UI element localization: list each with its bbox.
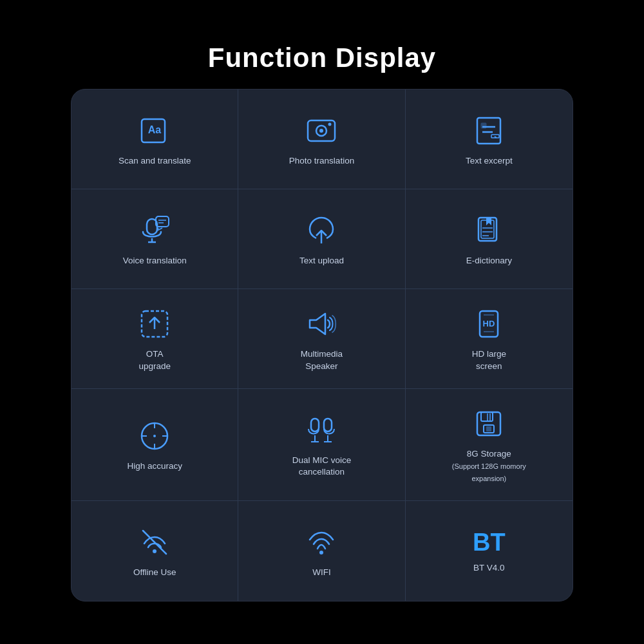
cell-high-accuracy-label: High accuracy bbox=[127, 460, 182, 473]
scan-translate-icon: Aa bbox=[138, 114, 171, 147]
photo-translation-icon bbox=[305, 114, 338, 147]
dual-mic-icon bbox=[305, 413, 338, 447]
cell-storage-label: 8G Storage(Support 128G momoryexpansion) bbox=[452, 448, 526, 485]
cell-offline-use: Offline Use bbox=[71, 501, 238, 601]
cell-text-upload-label: Text upload bbox=[299, 255, 344, 267]
wifi-icon bbox=[305, 526, 338, 559]
svg-point-5 bbox=[328, 122, 332, 126]
cell-scan-translate: Aa Scan and translate bbox=[71, 90, 238, 189]
cell-photo-translation: Photo translation bbox=[238, 90, 405, 189]
cell-e-dictionary: E-dictionary bbox=[406, 189, 573, 289]
cell-text-upload: Text upload bbox=[238, 189, 405, 289]
cell-wifi-label: WIFI bbox=[312, 567, 331, 579]
cell-e-dictionary-label: E-dictionary bbox=[466, 255, 512, 267]
hd-screen-icon: HD bbox=[472, 307, 506, 341]
page-title: Function Display bbox=[208, 43, 436, 73]
svg-rect-9 bbox=[481, 123, 486, 128]
page-wrapper: Function Display Aa Scan and translate P… bbox=[0, 0, 644, 644]
svg-point-4 bbox=[319, 129, 323, 133]
cell-text-excerpt-label: Text excerpt bbox=[466, 155, 513, 167]
multimedia-speaker-icon bbox=[305, 307, 338, 341]
cell-multimedia-speaker-label: MultimediaSpeaker bbox=[301, 348, 343, 373]
cell-hd-screen-label: HD largescreen bbox=[472, 348, 506, 373]
text-upload-icon bbox=[305, 214, 338, 247]
cell-dual-mic-label: Dual MIC voicecancellation bbox=[292, 455, 352, 479]
cell-scan-translate-label: Scan and translate bbox=[118, 155, 191, 167]
cell-high-accuracy: High accuracy bbox=[71, 389, 238, 501]
svg-point-48 bbox=[153, 549, 156, 553]
svg-text:HD: HD bbox=[483, 319, 495, 328]
svg-rect-6 bbox=[477, 118, 500, 144]
e-dictionary-icon bbox=[472, 214, 506, 247]
cell-voice-translation-label: Voice translation bbox=[123, 255, 187, 267]
cell-ota-upgrade-label: OTAupgrade bbox=[138, 348, 171, 373]
cell-text-excerpt: Text excerpt bbox=[406, 90, 573, 189]
cell-ota-upgrade: OTAupgrade bbox=[71, 289, 238, 389]
cell-hd-screen: HD HD largescreen bbox=[406, 289, 573, 389]
cell-storage: 8G Storage(Support 128G momoryexpansion) bbox=[406, 389, 573, 501]
cell-multimedia-speaker: MultimediaSpeaker bbox=[238, 289, 405, 389]
cell-photo-translation-label: Photo translation bbox=[289, 155, 354, 167]
ota-upgrade-icon bbox=[138, 307, 171, 341]
svg-rect-43 bbox=[481, 412, 493, 421]
cell-wifi: WIFI bbox=[238, 501, 405, 601]
cell-voice-translation: Voice translation bbox=[71, 189, 238, 289]
svg-rect-36 bbox=[311, 419, 319, 431]
text-excerpt-icon bbox=[472, 114, 506, 147]
svg-rect-37 bbox=[324, 419, 332, 431]
cell-bt-label: BT V4.0 bbox=[473, 562, 505, 574]
cell-offline-use-label: Offline Use bbox=[133, 567, 176, 579]
cell-bt: BT BT V4.0 bbox=[406, 501, 573, 601]
svg-point-50 bbox=[319, 551, 323, 554]
function-grid: Aa Scan and translate Photo translation bbox=[71, 89, 573, 601]
svg-point-31 bbox=[153, 435, 156, 437]
bt-icon: BT bbox=[473, 530, 506, 554]
svg-rect-45 bbox=[486, 426, 491, 431]
offline-icon bbox=[138, 526, 171, 559]
voice-translation-icon bbox=[138, 214, 171, 247]
svg-text:Aa: Aa bbox=[148, 124, 162, 135]
cell-dual-mic: Dual MIC voicecancellation bbox=[238, 389, 405, 501]
high-accuracy-icon bbox=[138, 419, 171, 453]
storage-icon bbox=[472, 407, 506, 440]
